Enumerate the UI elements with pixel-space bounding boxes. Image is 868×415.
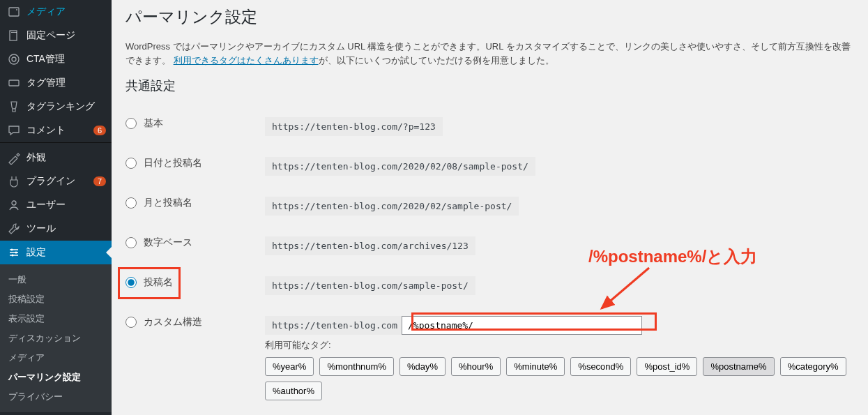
tag-hour[interactable]: %hour% xyxy=(451,357,501,376)
sidebar-item-label: プラグイン xyxy=(26,175,91,188)
option-row-postname: 投稿名 https://tenten-blog.com/sample-post/ xyxy=(125,266,854,305)
available-tags-label: 利用可能なタグ: xyxy=(265,339,847,352)
sidebar-item-appearance[interactable]: 外観 xyxy=(0,146,112,169)
option-row-basic: 基本 https://tenten-blog.com/?p=123 xyxy=(125,107,854,146)
option-basic[interactable]: 基本 xyxy=(125,117,258,130)
submenu-writing[interactable]: 投稿設定 xyxy=(0,289,112,309)
svg-point-1 xyxy=(16,9,17,10)
sidebar-item-tools[interactable]: ツール xyxy=(0,217,112,241)
tag-author[interactable]: %author% xyxy=(265,382,322,400)
sidebar-item-label: タグランキング xyxy=(26,100,106,113)
sidebar-item-label: ツール xyxy=(26,222,106,235)
tag-category[interactable]: %category% xyxy=(780,357,846,376)
page-title: パーマリンク設定 xyxy=(125,0,854,31)
option-label: 日付と投稿名 xyxy=(144,157,202,169)
svg-point-4 xyxy=(9,54,19,64)
sidebar-item-users[interactable]: ユーザー xyxy=(0,193,112,217)
option-row-custom: カスタム構造 https://tenten-blog.com 利用可能なタグ: … xyxy=(125,305,854,411)
option-month-name[interactable]: 月と投稿名 xyxy=(125,197,258,209)
tag-minute[interactable]: %minute% xyxy=(506,357,565,376)
option-label: 数字ベース xyxy=(144,236,192,249)
comment-icon xyxy=(7,123,21,137)
option-label: 月と投稿名 xyxy=(144,197,192,209)
submenu-discussion[interactable]: ディスカッション xyxy=(0,329,112,348)
cta-icon xyxy=(7,52,21,66)
submenu-privacy[interactable]: プライバシー xyxy=(0,387,112,407)
media-icon xyxy=(7,5,21,19)
section-heading: 共通設定 xyxy=(125,77,854,94)
sidebar-item-label: 外観 xyxy=(26,151,106,164)
option-date-name[interactable]: 日付と投稿名 xyxy=(125,157,258,169)
radio-basic[interactable] xyxy=(125,118,137,129)
sidebar-item-comments[interactable]: コメント 6 xyxy=(0,119,112,142)
intro-text-after: が、以下にいくつか試していただける例を用意しました。 xyxy=(319,55,554,66)
svg-rect-0 xyxy=(9,8,19,16)
option-label: カスタム構造 xyxy=(144,316,202,329)
option-custom[interactable]: カスタム構造 xyxy=(125,316,258,329)
page-icon xyxy=(7,29,21,43)
radio-date-name[interactable] xyxy=(125,158,137,169)
tag-monthnum[interactable]: %monthnum% xyxy=(319,357,394,376)
svg-point-9 xyxy=(15,252,17,254)
sidebar-item-plugins[interactable]: プラグイン 7 xyxy=(0,169,112,193)
example-date-name: https://tenten-blog.com/2020/02/08/sampl… xyxy=(265,157,535,176)
tag-postid[interactable]: %post_id% xyxy=(637,357,697,376)
tool-icon xyxy=(7,222,21,236)
option-label: 投稿名 xyxy=(144,276,173,289)
submenu-media[interactable]: メディア xyxy=(0,348,112,368)
tag-postname[interactable]: %postname% xyxy=(703,357,774,376)
sidebar-item-label: タグ管理 xyxy=(26,77,106,89)
custom-structure-input[interactable] xyxy=(402,316,642,335)
svg-rect-6 xyxy=(9,80,19,86)
sidebar-item-label: CTA管理 xyxy=(26,53,106,66)
tag-year[interactable]: %year% xyxy=(265,357,314,376)
submenu-permalink[interactable]: パーマリンク設定 xyxy=(0,368,112,387)
submenu-reading[interactable]: 表示設定 xyxy=(0,309,112,329)
example-month-name: https://tenten-blog.com/2020/02/sample-p… xyxy=(265,197,519,216)
tag-icon xyxy=(7,76,21,90)
ranking-icon xyxy=(7,100,21,114)
main-content: パーマリンク設定 WordPress ではパーマリンクやアーカイブにカスタム U… xyxy=(112,0,868,415)
appearance-icon xyxy=(7,151,21,165)
option-row-date-name: 日付と投稿名 https://tenten-blog.com/2020/02/0… xyxy=(125,146,854,186)
settings-submenu: 一般 投稿設定 表示設定 ディスカッション メディア パーマリンク設定 プライバ… xyxy=(0,264,112,412)
svg-rect-3 xyxy=(11,32,17,33)
admin-sidebar: メディア 固定ページ CTA管理 タグ管理 タグランキング コメント 6 外観 … xyxy=(0,0,112,415)
radio-postname[interactable] xyxy=(125,277,137,288)
intro-link[interactable]: 利用できるタグはたくさんあります xyxy=(174,55,319,66)
radio-custom[interactable] xyxy=(125,317,137,328)
sidebar-item-label: 設定 xyxy=(26,246,106,259)
sidebar-item-media[interactable]: メディア xyxy=(0,0,112,24)
radio-numeric[interactable] xyxy=(125,237,137,248)
custom-prefix: https://tenten-blog.com xyxy=(265,316,402,335)
svg-point-5 xyxy=(12,57,16,61)
option-numeric[interactable]: 数字ベース xyxy=(125,236,258,249)
sidebar-item-cta[interactable]: CTA管理 xyxy=(0,47,112,71)
svg-point-7 xyxy=(12,201,16,205)
sidebar-item-settings[interactable]: 設定 xyxy=(0,241,112,264)
annotation-text: /%postname%/と入力 xyxy=(588,246,757,268)
sidebar-item-tag[interactable]: タグ管理 xyxy=(0,71,112,95)
sidebar-item-label: ユーザー xyxy=(26,199,106,211)
intro-paragraph: WordPress ではパーマリンクやアーカイブにカスタム URL 構造を使うこ… xyxy=(125,40,854,67)
sidebar-item-label: メディア xyxy=(26,6,106,18)
example-numeric: https://tenten-blog.com/archives/123 xyxy=(265,236,475,255)
example-postname: https://tenten-blog.com/sample-post/ xyxy=(265,276,475,295)
option-postname[interactable]: 投稿名 xyxy=(125,276,258,289)
settings-icon xyxy=(7,246,21,259)
plugin-icon xyxy=(7,174,21,188)
sidebar-item-label: 固定ページ xyxy=(26,29,106,42)
svg-point-8 xyxy=(11,249,13,251)
option-row-month-name: 月と投稿名 https://tenten-blog.com/2020/02/sa… xyxy=(125,186,854,226)
submenu-general[interactable]: 一般 xyxy=(0,270,112,289)
sidebar-item-ranking[interactable]: タグランキング xyxy=(0,95,112,119)
user-icon xyxy=(7,198,21,212)
tag-day[interactable]: %day% xyxy=(399,357,446,376)
svg-point-10 xyxy=(12,255,14,257)
radio-month-name[interactable] xyxy=(125,197,137,209)
tag-button-row: %year% %monthnum% %day% %hour% %minute% … xyxy=(265,357,847,400)
option-label: 基本 xyxy=(144,117,163,130)
tag-second[interactable]: %second% xyxy=(570,357,631,376)
sidebar-item-pages[interactable]: 固定ページ xyxy=(0,24,112,47)
plugin-update-badge: 7 xyxy=(93,176,106,186)
